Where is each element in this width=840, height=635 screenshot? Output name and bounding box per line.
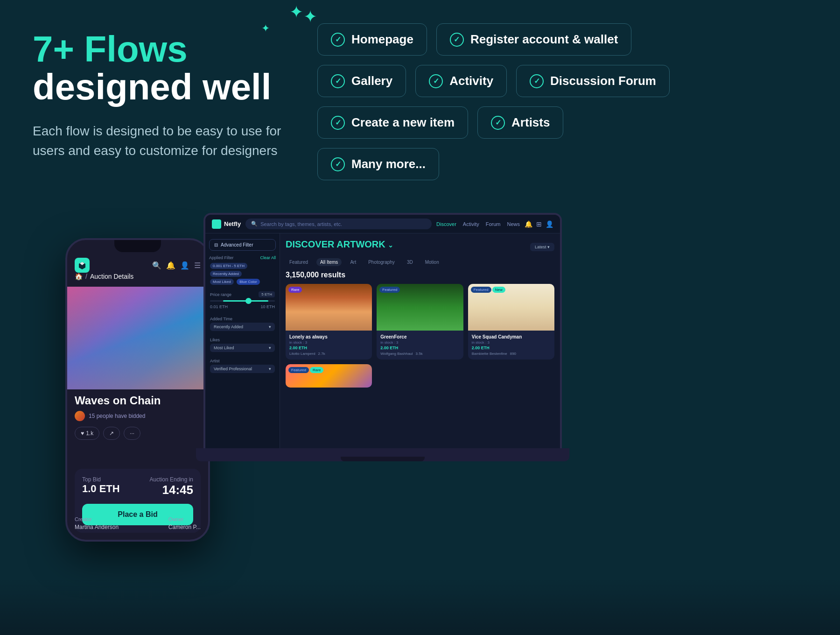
artist-label: Artist [210, 359, 275, 363]
clear-all-btn[interactable]: Clear All [260, 255, 276, 260]
card-price-2: 2.00 ETH [380, 346, 459, 350]
creator-label: Creator [75, 516, 119, 522]
card-stock-3: in stock : 3 [472, 340, 551, 345]
tab-all-items[interactable]: All Items [316, 258, 342, 266]
star-icon-3: ✦ [303, 8, 317, 25]
artist-dropdown[interactable]: Verified Professional ▾ [210, 365, 275, 373]
flow-badge-activity[interactable]: ✓ Activity [415, 65, 507, 97]
sort-label: Latest [535, 245, 546, 249]
phone-artwork-image [67, 287, 208, 389]
card-artist-2: Wolfgang Bashhaul [380, 352, 413, 356]
card-title-1: Lonely as always [289, 334, 368, 339]
card-title-3: Vice Squad Candyman [472, 334, 551, 339]
check-icon-gallery: ✓ [331, 74, 345, 88]
phone-logo [75, 258, 90, 273]
check-icon-create: ✓ [331, 116, 345, 130]
more-icon: ··· [130, 430, 134, 437]
advanced-filter-btn[interactable]: ⊟ Advanced Filter [209, 239, 276, 251]
laptop-logo-icon [212, 219, 221, 229]
nav-link-discover[interactable]: Discover [436, 221, 456, 227]
phone-share-btn[interactable]: ↗ [103, 427, 120, 440]
tab-motion[interactable]: Motion [421, 258, 443, 266]
laptop-search[interactable]: 🔍 Search by tags, themes, artists, etc. [245, 219, 432, 229]
filter-chip-3[interactable]: Most Liked [210, 279, 234, 285]
flow-badge-gallery[interactable]: ✓ Gallery [317, 65, 406, 97]
card-stock-1: in stock : 3 [289, 340, 368, 345]
filter-chip-2[interactable]: Recently Added [210, 271, 242, 277]
card-price-1: 2.00 ETH [289, 346, 368, 350]
card-price-3: 2.00 ETH [472, 346, 551, 350]
flow-badge-create[interactable]: ✓ Create a new item [317, 106, 468, 139]
flow-badge-more[interactable]: ✓ Many more... [317, 148, 439, 180]
card-info-1: Lonely as always in stock : 3 2.00 ETH L… [286, 331, 372, 360]
check-icon-discussion: ✓ [530, 74, 544, 88]
flow-label-register: Register account & wallet [470, 32, 618, 47]
flow-badge-artists[interactable]: ✓ Artists [477, 106, 563, 139]
laptop-nav-links: Discover Activity Forum News [436, 221, 520, 227]
phone-auction-label: Auction Ending in [150, 476, 193, 483]
flow-badge-discussion[interactable]: ✓ Discussion Forum [516, 65, 670, 97]
phone-creator-text: 15 people have bidded [89, 413, 145, 419]
price-slider-thumb[interactable] [245, 298, 252, 304]
card-title-2: GreenForce [380, 334, 459, 339]
likes-value: Most Liked [214, 346, 234, 350]
tab-3d[interactable]: 3D [403, 258, 417, 266]
headline-highlight: 7+ Flows [33, 28, 188, 70]
nav-link-activity[interactable]: Activity [463, 221, 479, 227]
laptop-mockup: Netfly 🔍 Search by tags, themes, artists… [196, 215, 569, 461]
filter-chip-4[interactable]: Blue Color [237, 279, 259, 285]
laptop-navbar: Netfly 🔍 Search by tags, themes, artists… [205, 215, 560, 233]
phone-like-btn[interactable]: ♥ 1.k [75, 427, 99, 440]
owner-name: Cameron P... [168, 524, 201, 530]
laptop-base [196, 448, 569, 461]
sort-btn[interactable]: Latest ▾ [530, 243, 554, 251]
flow-label-homepage: Homepage [351, 32, 413, 47]
search-icon[interactable]: 🔍 [152, 261, 161, 270]
tab-photography[interactable]: Photography [364, 258, 399, 266]
artist-value: Verified Professional [214, 367, 252, 371]
added-time-label: Added Time [210, 317, 275, 321]
flow-badge-homepage[interactable]: ✓ Homepage [317, 23, 427, 56]
devices-section: 🔍 🔔 👤 ☰ 🏠 / Auction Details Waves on Cha… [0, 215, 840, 635]
tab-art[interactable]: Art [346, 258, 360, 266]
owner-label: Owner [168, 516, 201, 522]
added-time-dropdown[interactable]: Recently Added ▾ [210, 323, 275, 331]
card-stats-1: Litotto Lamperd 2.7k [289, 352, 368, 356]
price-range-section: Price range 5 ETH 0.01 ETH 10 ETH [205, 289, 280, 312]
filter-btn-label: Advanced Filter [221, 242, 253, 247]
phone-action-row: ♥ 1.k ↗ ··· [75, 427, 201, 440]
card-image-4: Featured Rare [286, 364, 372, 388]
price-slider[interactable] [210, 300, 275, 302]
check-icon-more: ✓ [331, 157, 345, 171]
chevron-down-icon-3: ▾ [269, 367, 271, 371]
card-stats-3: Bambiette Bestenfine 890 [472, 352, 551, 356]
tab-featured[interactable]: Featured [286, 258, 312, 266]
creator-name: Martina Anderson [75, 524, 119, 530]
phone-icons: 🔍 🔔 👤 ☰ [152, 261, 201, 270]
avatar-icon[interactable]: 👤 [180, 261, 189, 270]
flow-badge-register[interactable]: ✓ Register account & wallet [436, 23, 631, 56]
nav-link-forum[interactable]: Forum [486, 221, 501, 227]
bell-icon[interactable]: 🔔 [166, 261, 175, 270]
nav-link-news[interactable]: News [507, 221, 520, 227]
bell-icon-laptop[interactable]: 🔔 [525, 220, 532, 228]
badge-featured-4: Featured [288, 367, 309, 373]
filter-icon: ⊟ [214, 242, 218, 247]
dropdown-arrow[interactable]: ⌄ [388, 241, 393, 249]
artwork-overlay [67, 287, 208, 389]
laptop-sidebar: ⊟ Advanced Filter Applied Filter Clear A… [205, 233, 280, 448]
phone-timer: 14:45 [150, 483, 193, 497]
likes-dropdown[interactable]: Most Liked ▾ [210, 344, 275, 352]
like-count: 1.k [86, 430, 93, 437]
avatar-icon-laptop[interactable]: 👤 [546, 220, 553, 228]
menu-icon[interactable]: ☰ [194, 261, 201, 270]
badge-featured-3: Featured [471, 287, 491, 293]
grid-icon-laptop[interactable]: ⊞ [536, 220, 542, 228]
phone-more-btn[interactable]: ··· [124, 427, 140, 440]
check-icon-register: ✓ [450, 33, 464, 47]
price-current: 5 ETH [259, 291, 275, 297]
card-artist-3: Bambiette Bestenfine [472, 352, 507, 356]
filter-chip-1[interactable]: 0.001 ETH - 5 ETH [210, 263, 247, 269]
table-row: Featured GreenForce in stock : 3 2.00 ET… [377, 284, 463, 360]
card-stats-2: Wolfgang Bashhaul 3.5k [380, 352, 459, 356]
